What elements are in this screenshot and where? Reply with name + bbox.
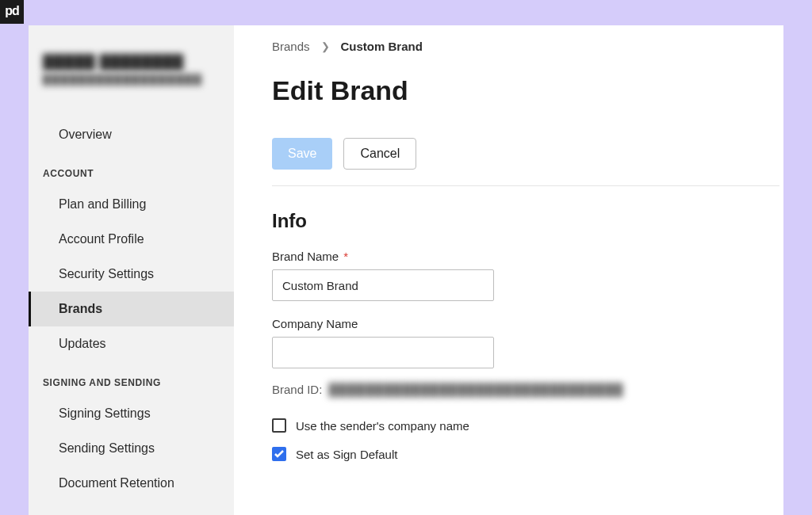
sidebar-item-overview[interactable]: Overview [29, 117, 234, 152]
sidebar-item-signing-settings[interactable]: Signing Settings [29, 396, 234, 431]
sidebar-item-security-settings[interactable]: Security Settings [29, 257, 234, 292]
brand-name-input[interactable] [272, 269, 494, 301]
info-heading: Info [272, 210, 783, 232]
sidebar-section-signing: SIGNING AND SENDING [29, 361, 234, 396]
brand-name-label-text: Brand Name [272, 250, 339, 263]
brand-id-label: Brand ID: [272, 383, 322, 396]
sidebar-item-sending-settings[interactable]: Sending Settings [29, 431, 234, 466]
sidebar-user-name: █████ ████████ [43, 54, 220, 71]
chevron-right-icon: ❯ [321, 40, 330, 52]
checkbox-sign-default-label: Set as Sign Default [296, 448, 397, 461]
breadcrumb: Brands ❯ Custom Brand [272, 40, 783, 53]
app-frame: █████ ████████ ██████████████████ Overvi… [29, 25, 783, 515]
company-name-input[interactable] [272, 337, 494, 368]
logo-badge: pd [0, 0, 24, 24]
page-title: Edit Brand [272, 75, 783, 106]
checkbox-sender-company[interactable] [272, 418, 286, 433]
sidebar-item-plan-and-billing[interactable]: Plan and Billing [29, 187, 234, 222]
checkbox-sign-default[interactable] [272, 447, 286, 461]
divider [272, 185, 779, 186]
sidebar-user-sub: ██████████████████ [43, 74, 220, 86]
sidebar-item-account-profile[interactable]: Account Profile [29, 222, 234, 257]
checkbox-sender-company-label: Use the sender's company name [296, 419, 469, 433]
sidebar-item-updates[interactable]: Updates [29, 326, 234, 361]
breadcrumb-parent[interactable]: Brands [272, 40, 310, 53]
cancel-button[interactable]: Cancel [343, 138, 416, 170]
required-star-icon: * [343, 250, 348, 263]
sidebar-item-document-retention[interactable]: Document Retention [29, 466, 234, 501]
sidebar-section-account: ACCOUNT [29, 152, 234, 187]
brand-id-row: Brand ID: ██████████████████████████████… [272, 383, 783, 396]
sidebar-item-brands[interactable]: Brands [29, 292, 234, 326]
checkbox-row-sender-company: Use the sender's company name [272, 418, 783, 433]
brand-id-value: ████████████████████████████████ [328, 383, 623, 396]
company-name-label: Company Name [272, 317, 783, 330]
breadcrumb-current: Custom Brand [341, 40, 423, 53]
logo-text: pd [5, 4, 19, 18]
brand-name-label: Brand Name* [272, 250, 783, 263]
main-content: Brands ❯ Custom Brand Edit Brand Save Ca… [234, 25, 783, 515]
action-button-row: Save Cancel [272, 138, 783, 170]
save-button[interactable]: Save [272, 138, 332, 170]
sidebar-user-block: █████ ████████ ██████████████████ [29, 54, 234, 89]
checkbox-row-sign-default: Set as Sign Default [272, 447, 783, 461]
sidebar: █████ ████████ ██████████████████ Overvi… [29, 25, 234, 515]
